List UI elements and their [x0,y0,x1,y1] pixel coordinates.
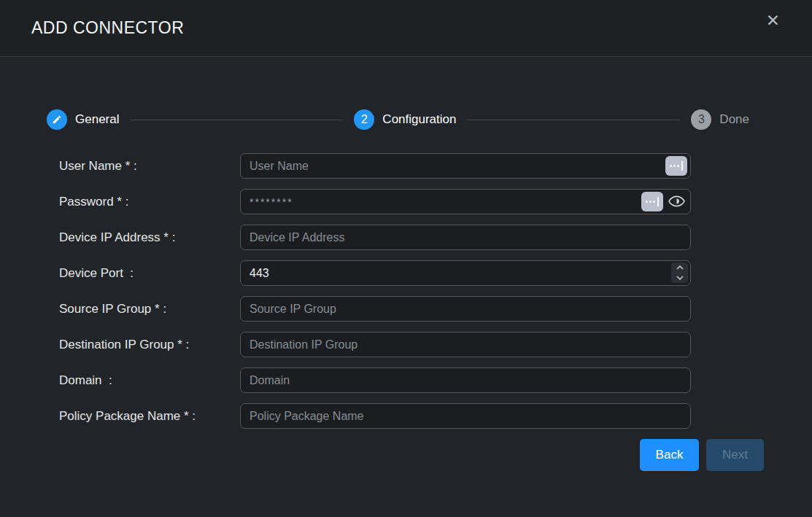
step-done[interactable]: 3 Done [691,109,749,130]
policy-package-name-row: Policy Package Name * : [0,403,812,429]
step-configuration[interactable]: 2 Configuration [354,109,456,130]
destination-ip-group-row: Destination IP Group * : [0,332,812,357]
domain-label: Domain : [0,373,240,388]
port-stepper [671,263,688,283]
step-general-label: General [75,112,119,127]
device-port-label: Device Port : [0,266,240,281]
device-port-input[interactable] [240,260,691,286]
close-icon: ✕ [766,11,780,30]
port-stepper-up-button[interactable] [671,263,688,273]
chevron-up-icon [676,265,684,270]
cursor-bar-icon [657,197,659,206]
password-field-wrap [240,189,691,214]
username-assist-button[interactable] [665,156,687,176]
ellipsis-icon [646,201,648,203]
policy-package-name-input[interactable] [240,403,691,429]
device-ip-input[interactable] [240,225,691,250]
source-ip-group-label: Source IP Group * : [0,302,240,316]
back-button[interactable]: Back [640,439,699,471]
step-done-label: Done [719,112,749,127]
username-field-wrap [240,153,691,179]
step-configuration-circle: 2 [354,109,374,130]
ellipsis-icon [670,165,672,167]
domain-input[interactable] [240,368,691,393]
configuration-form: User Name * : Password * : [0,153,812,471]
username-input[interactable] [240,153,691,179]
destination-ip-group-input[interactable] [240,332,691,357]
dialog-header: ADD CONNECTOR ✕ [0,0,812,57]
cursor-bar-icon [681,161,683,171]
chevron-down-icon [676,276,684,280]
password-assist-button[interactable] [641,192,663,211]
step-general[interactable]: General [47,109,119,130]
password-input[interactable] [240,189,691,214]
domain-field-wrap [240,368,691,393]
show-password-button[interactable] [667,193,686,210]
step-general-circle [47,109,67,130]
next-button[interactable]: Next [706,439,764,471]
username-label: User Name * : [0,159,240,174]
step-configuration-label: Configuration [382,112,456,127]
source-ip-group-field-wrap [240,296,691,322]
eye-icon [668,195,685,207]
source-ip-group-row: Source IP Group * : [0,296,812,322]
destination-ip-group-label: Destination IP Group * : [0,338,240,352]
device-ip-label: Device IP Address * : [0,230,240,245]
device-port-field-wrap [240,260,691,286]
destination-ip-group-field-wrap [240,332,691,357]
dialog-title: ADD CONNECTOR [31,18,184,38]
username-row: User Name * : [0,153,812,179]
policy-package-name-label: Policy Package Name * : [0,409,240,424]
domain-row: Domain : [0,368,812,393]
wizard-button-row: Back Next [0,439,764,471]
port-stepper-down-button[interactable] [671,273,688,283]
close-button[interactable]: ✕ [766,12,780,29]
stepper-connector-line [467,120,680,120]
wizard-stepper: General 2 Configuration 3 Done [47,109,749,130]
device-ip-row: Device IP Address * : [0,225,812,250]
step-done-circle: 3 [691,109,711,130]
source-ip-group-input[interactable] [240,296,691,322]
device-port-row: Device Port : [0,260,812,286]
password-label: Password * : [0,195,240,209]
device-ip-field-wrap [240,225,691,250]
pencil-icon [52,114,62,125]
stepper-connector-line [130,120,343,120]
policy-package-name-field-wrap [240,403,691,429]
password-row: Password * : [0,189,812,214]
